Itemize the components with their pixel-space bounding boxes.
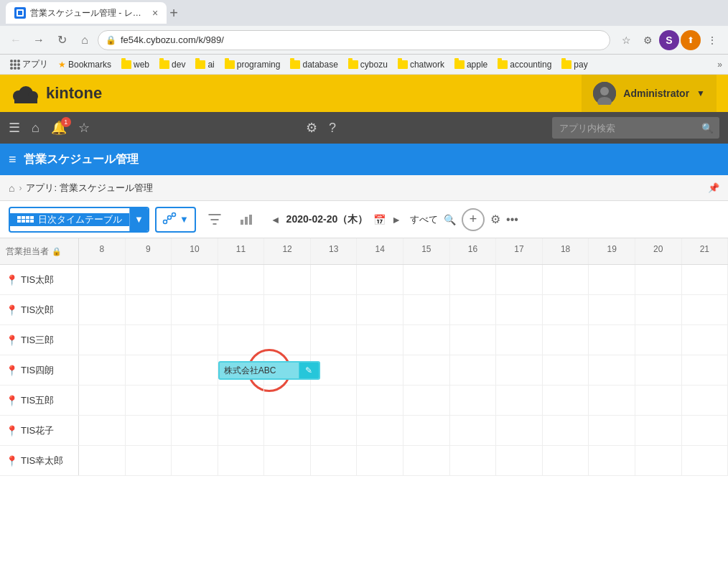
browser-tab[interactable]: 営業スケジュール管理 - レコードの一... × (6, 2, 167, 24)
grid-cell[interactable] (172, 355, 218, 386)
calendar-button[interactable]: 📅 (373, 214, 386, 225)
home-button[interactable]: ⌂ (75, 30, 95, 50)
grid-cell[interactable] (589, 295, 635, 325)
grid-cell[interactable] (79, 295, 126, 325)
grid-cell[interactable] (357, 416, 403, 446)
chart-button[interactable] (233, 207, 259, 233)
grid-cell[interactable] (682, 416, 728, 446)
bookmark-dev[interactable]: dev (155, 58, 190, 71)
grid-cell[interactable] (357, 295, 403, 325)
grid-cell[interactable] (172, 325, 218, 355)
bookmark-accounting[interactable]: accounting (493, 58, 556, 71)
grid-cell[interactable] (126, 446, 172, 476)
grid-cell[interactable] (682, 295, 728, 325)
grid-cell[interactable] (682, 446, 728, 476)
grid-cell[interactable] (218, 446, 265, 476)
grid-cell[interactable] (635, 325, 682, 355)
new-tab-button[interactable]: + (169, 5, 178, 22)
bookmark-apple[interactable]: apple (450, 58, 492, 71)
bookmark-ai[interactable]: ai (191, 58, 218, 71)
grid-cell[interactable] (218, 416, 265, 446)
grid-cell[interactable] (264, 325, 311, 355)
grid-cell[interactable] (403, 446, 450, 476)
pin-icon[interactable]: 📌 (708, 182, 719, 193)
grid-cell[interactable] (682, 265, 728, 295)
grid-cell[interactable] (264, 265, 311, 295)
grid-cell[interactable] (218, 386, 265, 416)
grid-cell[interactable] (79, 265, 126, 295)
bookmark-star-button[interactable]: ☆ (616, 30, 636, 50)
grid-cell[interactable] (496, 325, 543, 355)
bookmark-cybozu[interactable]: cybozu (344, 58, 392, 71)
grid-cell[interactable] (311, 416, 358, 446)
grid-cell[interactable] (218, 265, 265, 295)
grid-cell[interactable] (543, 386, 589, 416)
grid-cell[interactable] (450, 265, 497, 295)
grid-cell[interactable] (543, 416, 589, 446)
grid-cell[interactable] (172, 446, 218, 476)
grid-cell[interactable] (589, 416, 635, 446)
grid-cell[interactable] (543, 295, 589, 325)
grid-cell[interactable] (450, 325, 497, 355)
next-date-button[interactable]: ► (391, 214, 401, 225)
grid-cell[interactable] (79, 446, 126, 476)
tab-close-button[interactable]: × (152, 7, 158, 19)
event-edit-button[interactable]: ✎ (299, 363, 319, 378)
grid-cell[interactable] (543, 325, 589, 355)
search-input[interactable] (552, 117, 696, 139)
reload-button[interactable]: ↻ (52, 30, 72, 50)
grid-cell[interactable] (496, 265, 543, 295)
grid-cell[interactable] (635, 265, 682, 295)
grid-cell[interactable] (172, 386, 218, 416)
grid-cell[interactable] (126, 265, 172, 295)
profile-icon[interactable]: S (659, 30, 679, 50)
grid-cell[interactable] (357, 265, 403, 295)
grid-cell[interactable] (635, 416, 682, 446)
grid-cell[interactable] (403, 295, 450, 325)
grid-cell[interactable] (496, 295, 543, 325)
grid-cell[interactable] (635, 446, 682, 476)
help-icon[interactable]: ? (329, 121, 336, 136)
bell-icon[interactable]: 🔔 1 (51, 120, 67, 136)
more-options-button[interactable]: ••• (506, 213, 518, 226)
bookmark-chatwork[interactable]: chatwork (393, 58, 449, 71)
grid-cell[interactable] (543, 355, 589, 386)
grid-cell[interactable] (682, 355, 728, 386)
grid-cell[interactable] (357, 355, 403, 386)
grid-cell[interactable] (403, 265, 450, 295)
bookmarks-more-button[interactable]: » (717, 60, 722, 70)
grid-cell[interactable] (589, 386, 635, 416)
grid-cell[interactable] (311, 295, 358, 325)
grid-cell[interactable] (496, 446, 543, 476)
back-button[interactable]: ← (6, 30, 26, 50)
grid-cell[interactable] (172, 416, 218, 446)
settings-gear-button[interactable]: ⚙ (490, 213, 500, 226)
grid-cell[interactable] (496, 386, 543, 416)
all-filter-button[interactable]: すべて (410, 213, 438, 226)
grid-cell[interactable] (450, 295, 497, 325)
grid-cell[interactable] (311, 325, 358, 355)
grid-cell[interactable] (79, 386, 126, 416)
grid-cell[interactable] (126, 355, 172, 386)
event-block[interactable]: 株式会社ABC✎ (218, 361, 320, 380)
grid-cell[interactable] (311, 265, 358, 295)
grid-cell[interactable] (682, 325, 728, 355)
bookmark-database[interactable]: database (286, 58, 342, 71)
grid-cell[interactable] (172, 295, 218, 325)
extensions-button[interactable]: ⚙ (638, 30, 658, 50)
grid-cell[interactable] (496, 355, 543, 386)
bookmark-pay[interactable]: pay (557, 58, 592, 71)
extension-orange-icon[interactable]: ⬆ (681, 30, 701, 50)
grid-cell[interactable] (589, 446, 635, 476)
menu-button[interactable]: ⋮ (702, 30, 722, 50)
breadcrumb-home-icon[interactable]: ⌂ (9, 182, 14, 194)
graph-dropdown-arrow[interactable]: ▼ (179, 208, 189, 231)
grid-cell[interactable] (635, 386, 682, 416)
grid-cell[interactable] (635, 355, 682, 386)
favorites-icon[interactable]: ☆ (78, 120, 90, 136)
grid-cell[interactable] (264, 386, 311, 416)
grid-cell[interactable] (264, 416, 311, 446)
user-area[interactable]: Administrator ▼ (582, 75, 717, 112)
grid-cell[interactable] (172, 265, 218, 295)
bookmark-programing[interactable]: programing (220, 58, 285, 71)
